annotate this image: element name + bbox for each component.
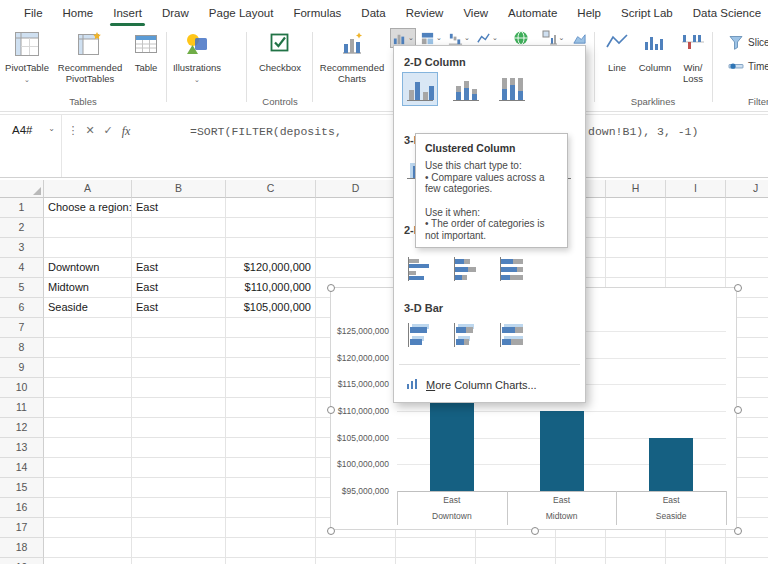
cell-I1[interactable] (666, 198, 726, 218)
cell-D19[interactable] (316, 558, 396, 564)
cell-A10[interactable] (44, 378, 132, 398)
cell-A8[interactable] (44, 338, 132, 358)
menu-tab-view[interactable]: View (453, 0, 498, 26)
cell-B13[interactable] (132, 438, 226, 458)
menu-tab-script-lab[interactable]: Script Lab (611, 0, 683, 26)
column-header-B[interactable]: B (132, 180, 226, 198)
menu-tab-data-science[interactable]: Data Science (683, 0, 768, 26)
stacked-bar-icon[interactable] (448, 252, 484, 286)
cell-J19[interactable] (726, 558, 768, 564)
chart-selection-handle[interactable] (327, 406, 335, 414)
cell-C11[interactable] (226, 398, 316, 418)
cell-C2[interactable] (226, 218, 316, 238)
row-header-5[interactable]: 5 (0, 278, 44, 298)
menu-tab-review[interactable]: Review (396, 0, 454, 26)
cell-B12[interactable] (132, 418, 226, 438)
100-stacked-column-icon[interactable] (494, 72, 530, 106)
menu-tab-data[interactable]: Data (351, 0, 395, 26)
100-stacked-bar-icon[interactable] (494, 252, 530, 286)
enter-button[interactable]: ✓ (101, 124, 115, 137)
cell-C13[interactable] (226, 438, 316, 458)
cell-B4[interactable]: East (132, 258, 226, 278)
chart-selection-handle[interactable] (531, 527, 539, 535)
cell-C1[interactable] (226, 198, 316, 218)
row-header-1[interactable]: 1 (0, 198, 44, 218)
cell-B6[interactable]: East (132, 298, 226, 318)
cell-C19[interactable] (226, 558, 316, 564)
cell-E19[interactable] (396, 558, 476, 564)
formula-text-right[interactable]: down!B1), 3, -1) (588, 125, 698, 138)
row-header-12[interactable]: 12 (0, 418, 44, 438)
cell-B15[interactable] (132, 478, 226, 498)
cell-H19[interactable] (606, 558, 666, 564)
cell-B11[interactable] (132, 398, 226, 418)
cell-B16[interactable] (132, 498, 226, 518)
cell-A7[interactable] (44, 318, 132, 338)
cell-D1[interactable] (316, 198, 396, 218)
cell-C18[interactable] (226, 538, 316, 558)
cell-G18[interactable] (556, 538, 606, 558)
cell-C12[interactable] (226, 418, 316, 438)
cell-A12[interactable] (44, 418, 132, 438)
cell-D18[interactable] (316, 538, 396, 558)
cell-C6[interactable]: $105,000,000 (226, 298, 316, 318)
cell-B8[interactable] (132, 338, 226, 358)
cell-J4[interactable] (726, 258, 768, 278)
cell-A15[interactable] (44, 478, 132, 498)
timeline-button[interactable]: Timeline (728, 56, 768, 76)
cell-H3[interactable] (606, 238, 666, 258)
stacked-column-icon[interactable] (448, 72, 484, 106)
cell-A4[interactable]: Downtown (44, 258, 132, 278)
cell-J3[interactable] (726, 238, 768, 258)
cell-C7[interactable] (226, 318, 316, 338)
cancel-button[interactable]: ✕ (83, 124, 97, 137)
menu-tab-formulas[interactable]: Formulas (283, 0, 351, 26)
row-header-13[interactable]: 13 (0, 438, 44, 458)
cell-B17[interactable] (132, 518, 226, 538)
clustered-column-icon[interactable] (402, 72, 438, 106)
3d-stacked-bar-icon[interactable] (448, 318, 484, 352)
row-header-14[interactable]: 14 (0, 458, 44, 478)
cell-C5[interactable]: $110,000,000 (226, 278, 316, 298)
row-header-8[interactable]: 8 (0, 338, 44, 358)
cell-I19[interactable] (666, 558, 726, 564)
formula-text-left[interactable]: =SORT(FILTER(deposits, (190, 125, 349, 138)
row-header-9[interactable]: 9 (0, 358, 44, 378)
cell-B7[interactable] (132, 318, 226, 338)
cell-A18[interactable] (44, 538, 132, 558)
row-header-17[interactable]: 17 (0, 518, 44, 538)
cell-A1[interactable]: Choose a region: (44, 198, 132, 218)
cell-C16[interactable] (226, 498, 316, 518)
cell-I4[interactable] (666, 258, 726, 278)
cell-A13[interactable] (44, 438, 132, 458)
chart-selection-handle[interactable] (327, 284, 335, 292)
chart-selection-handle[interactable] (734, 527, 742, 535)
cell-F18[interactable] (476, 538, 556, 558)
formula-bar-handle-icon[interactable]: ⋮ (66, 124, 80, 137)
cell-C15[interactable] (226, 478, 316, 498)
cell-J1[interactable] (726, 198, 768, 218)
row-header-7[interactable]: 7 (0, 318, 44, 338)
chart-bar-seaside[interactable] (649, 438, 693, 491)
column-header-C[interactable]: C (226, 180, 316, 198)
cell-I2[interactable] (666, 218, 726, 238)
cell-A2[interactable] (44, 218, 132, 238)
cell-A19[interactable] (44, 558, 132, 564)
cell-A11[interactable] (44, 398, 132, 418)
cell-A5[interactable]: Midtown (44, 278, 132, 298)
cell-C3[interactable] (226, 238, 316, 258)
menu-tab-draw[interactable]: Draw (152, 0, 199, 26)
column-header-D[interactable]: D (316, 180, 396, 198)
row-header-2[interactable]: 2 (0, 218, 44, 238)
cell-B1[interactable]: East (132, 198, 226, 218)
menu-tab-home[interactable]: Home (53, 0, 104, 26)
cell-J2[interactable] (726, 218, 768, 238)
column-header-H[interactable]: H (606, 180, 666, 198)
slicer-button[interactable]: Slicer (728, 32, 768, 52)
cell-I3[interactable] (666, 238, 726, 258)
row-header-10[interactable]: 10 (0, 378, 44, 398)
chart-selection-handle[interactable] (734, 406, 742, 414)
cell-A17[interactable] (44, 518, 132, 538)
insert-function-button[interactable]: fx (119, 124, 133, 139)
row-header-19[interactable]: 19 (0, 558, 44, 564)
